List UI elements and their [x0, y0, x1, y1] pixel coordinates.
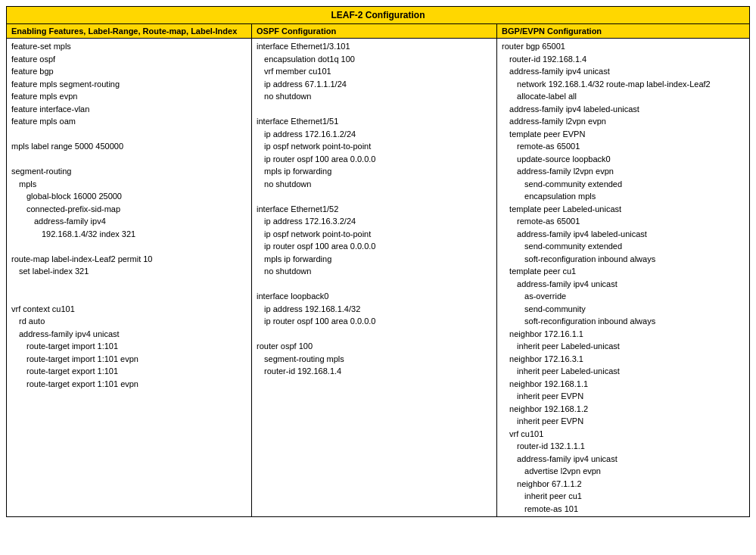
list-item: segment-routing mpls — [257, 353, 492, 366]
col2-header: OSPF Configuration — [252, 24, 497, 39]
list-item: route-target import 1:101 evpn — [11, 353, 247, 366]
list-item: advertise l2vpn evpn — [502, 465, 745, 478]
list-item: segment-routing — [11, 165, 247, 178]
list-item: remote-as 65001 — [502, 140, 745, 153]
page-title: LEAF-2 Configuration — [7, 7, 750, 24]
list-item: route-target import 1:101 — [11, 340, 247, 353]
list-item: global-block 16000 25000 — [11, 190, 247, 203]
main-table: LEAF-2 Configuration Enabling Features, … — [6, 6, 750, 517]
list-item: router bgp 65001 — [502, 40, 745, 53]
list-item: remote-as 101 — [502, 503, 745, 516]
list-item: address-family ipv4 unicast — [11, 328, 247, 341]
list-item: address-family l2vpn evpn — [502, 115, 745, 128]
list-item — [257, 103, 492, 116]
list-item: encapsulation dot1q 100 — [257, 53, 492, 66]
list-item: inherit peer cu1 — [502, 490, 745, 503]
list-item: ip router ospf 100 area 0.0.0.0 — [257, 315, 492, 328]
list-item: feature ospf — [11, 53, 247, 66]
list-item: inherit peer EVPN — [502, 390, 745, 403]
list-item: vrf cu101 — [502, 428, 745, 441]
header-row: Enabling Features, Label-Range, Route-ma… — [7, 24, 750, 39]
col1-content: feature-set mplsfeature ospffeature bgpf… — [7, 39, 252, 517]
list-item: feature mpls oam — [11, 115, 247, 128]
list-item: as-override — [502, 290, 745, 303]
list-item: ip ospf network point-to-point — [257, 228, 492, 241]
list-item: ip ospf network point-to-point — [257, 140, 492, 153]
list-item: ip address 172.16.3.2/24 — [257, 215, 492, 228]
list-item: ip address 192.168.1.4/32 — [257, 303, 492, 316]
list-item: mpls label range 5000 450000 — [11, 140, 247, 153]
list-item: encapsulation mpls — [502, 190, 745, 203]
list-item: address-family ipv4 labeled-unicast — [502, 103, 745, 116]
list-item: address-family ipv4 unicast — [502, 453, 745, 466]
list-item: neighbor 172.16.1.1 — [502, 328, 745, 341]
list-item: rd auto — [11, 315, 247, 328]
list-item: network 192.168.1.4/32 route-map label-i… — [502, 78, 745, 91]
list-item: address-family ipv4 unicast — [502, 278, 745, 291]
list-item: allocate-label all — [502, 90, 745, 103]
list-item — [257, 328, 492, 341]
list-item — [257, 278, 492, 291]
list-item: no shutdown — [257, 90, 492, 103]
list-item: ip address 172.16.1.2/24 — [257, 128, 492, 141]
list-item: router-id 132.1.1.1 — [502, 440, 745, 453]
list-item: neighbor 67.1.1.2 — [502, 478, 745, 491]
list-item: inherit peer Labeled-unicast — [502, 365, 745, 378]
list-item: soft-reconfiguration inbound always — [502, 253, 745, 266]
list-item: feature-set mpls — [11, 40, 247, 53]
list-item: vrf context cu101 — [11, 303, 247, 316]
list-item: mpls — [11, 178, 247, 191]
list-item: feature mpls segment-routing — [11, 78, 247, 91]
list-item: ip router ospf 100 area 0.0.0.0 — [257, 153, 492, 166]
list-item: router-id 192.168.1.4 — [502, 53, 745, 66]
list-item: feature interface-vlan — [11, 103, 247, 116]
list-item: send-community — [502, 303, 745, 316]
list-item: template peer cu1 — [502, 265, 745, 278]
list-item: template peer EVPN — [502, 128, 745, 141]
list-item: update-source loopback0 — [502, 153, 745, 166]
list-item: send-community extended — [502, 178, 745, 191]
list-item: route-target export 1:101 evpn — [11, 378, 247, 391]
list-item — [11, 240, 247, 253]
title-row: LEAF-2 Configuration — [7, 7, 750, 24]
list-item — [11, 153, 247, 166]
list-item: route-target export 1:101 — [11, 365, 247, 378]
list-item: address-family ipv4 unicast — [502, 65, 745, 78]
list-item: 192.168.1.4/32 index 321 — [11, 228, 247, 241]
list-item: inherit peer Labeled-unicast — [502, 340, 745, 353]
list-item: address-family l2vpn evpn — [502, 165, 745, 178]
list-item: set label-index 321 — [11, 265, 247, 278]
list-item: interface Ethernet1/51 — [257, 115, 492, 128]
list-item — [11, 128, 247, 141]
list-item: inherit peer EVPN — [502, 415, 745, 428]
list-item: router-id 192.168.1.4 — [257, 365, 492, 378]
list-item: feature mpls evpn — [11, 90, 247, 103]
list-item: mpls ip forwarding — [257, 253, 492, 266]
list-item: template peer Labeled-unicast — [502, 203, 745, 216]
list-item: interface Ethernet1/52 — [257, 203, 492, 216]
col3-header: BGP/EVPN Configuration — [497, 24, 750, 39]
list-item: address-family ipv4 — [11, 215, 247, 228]
list-item: send-community extended — [502, 240, 745, 253]
list-item: connected-prefix-sid-map — [11, 203, 247, 216]
list-item: feature bgp — [11, 65, 247, 78]
list-item: no shutdown — [257, 178, 492, 191]
list-item: mpls ip forwarding — [257, 165, 492, 178]
list-item — [257, 190, 492, 203]
col2-content: interface Ethernet1/3.101encapsulation d… — [252, 39, 497, 517]
content-row: feature-set mplsfeature ospffeature bgpf… — [7, 39, 750, 517]
list-item: vrf member cu101 — [257, 65, 492, 78]
list-item: no shutdown — [257, 265, 492, 278]
list-item: ip router ospf 100 area 0.0.0.0 — [257, 240, 492, 253]
list-item: soft-reconfiguration inbound always — [502, 315, 745, 328]
list-item: router ospf 100 — [257, 340, 492, 353]
col3-content: router bgp 65001router-id 192.168.1.4add… — [497, 39, 750, 517]
list-item: route-map label-index-Leaf2 permit 10 — [11, 253, 247, 266]
col1-header: Enabling Features, Label-Range, Route-ma… — [7, 24, 252, 39]
list-item: address-family ipv4 labeled-unicast — [502, 228, 745, 241]
list-item: neighbor 172.16.3.1 — [502, 353, 745, 366]
list-item — [11, 290, 247, 303]
list-item: interface Ethernet1/3.101 — [257, 40, 492, 53]
list-item: neighbor 192.168.1.1 — [502, 378, 745, 391]
list-item: neighbor 192.168.1.2 — [502, 403, 745, 416]
